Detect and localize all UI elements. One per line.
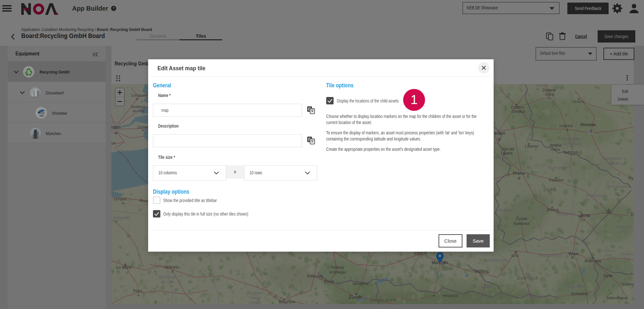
svg-text:Liechtenstein: Liechtenstein	[370, 297, 397, 303]
svg-text:Labem: Labem	[501, 151, 513, 156]
svg-text:Steiermark: Steiermark	[525, 294, 542, 298]
svg-text:Székesfehérvár: Székesfehérvár	[607, 296, 628, 300]
svg-text:Normandie: Normandie	[113, 216, 129, 220]
svg-text:województwo: województwo	[563, 137, 582, 141]
svg-text:Brno: Brno	[581, 213, 590, 218]
svg-text:Moravskoslezsko: Moravskoslezsko	[606, 184, 631, 189]
svg-text:London: London	[111, 125, 120, 130]
svg-text:Győr: Győr	[603, 274, 612, 278]
svg-text:Zielona: Zielona	[543, 88, 556, 92]
svg-text:Jelenia: Jelenia	[549, 143, 562, 148]
svg-text:České: České	[516, 216, 527, 221]
svg-text:kraj: kraj	[605, 253, 611, 257]
svg-text:Legnica: Legnica	[560, 124, 573, 128]
svg-text:Jihozápad: Jihozápad	[498, 208, 514, 212]
svg-text:Budějovice: Budějovice	[514, 221, 530, 226]
svg-text:Brighton: Brighton	[111, 141, 116, 145]
svg-text:Cottbus: Cottbus	[511, 105, 524, 110]
svg-text:Österreich: Österreich	[517, 275, 538, 281]
svg-text:Comté: Comté	[249, 300, 261, 304]
svg-text:dolnośląskie: dolnośląskie	[564, 141, 582, 146]
svg-text:Zürich: Zürich	[349, 295, 362, 300]
svg-text:Tours: Tours	[133, 289, 143, 293]
svg-text:Freiburg: Freiburg	[331, 265, 344, 270]
svg-text:Ryb: Ryb	[629, 176, 634, 180]
svg-text:Wrocław: Wrocław	[580, 122, 596, 127]
svg-text:Salzburg: Salzburg	[475, 269, 488, 274]
svg-text:Linz: Linz	[512, 253, 519, 258]
svg-text:Le Havre: Le Havre	[114, 197, 127, 201]
svg-text:Nitriansky: Nitriansky	[620, 252, 634, 256]
svg-text:Wałbrzych: Wałbrzych	[563, 150, 578, 155]
svg-text:kraj: kraj	[620, 229, 627, 233]
svg-text:Innsbruck: Innsbruck	[443, 294, 459, 298]
svg-text:- Chóśebuz: - Chóśebuz	[510, 109, 525, 114]
svg-text:kraj: kraj	[624, 256, 630, 260]
svg-text:on-Sea: on-Sea	[132, 109, 145, 113]
svg-text:de Loire: de Loire	[161, 280, 174, 284]
svg-text:Besançon: Besançon	[279, 300, 296, 304]
svg-text:Praha: Praha	[513, 171, 525, 176]
svg-text:Szombathely: Szombathely	[571, 292, 588, 296]
svg-text:województwo: województwo	[603, 156, 621, 161]
svg-text:Tatabánya: Tatabánya	[621, 282, 634, 286]
svg-text:Bourgogne-: Bourgogne-	[247, 291, 264, 295]
svg-text:Severovýchod: Severovýchod	[547, 166, 568, 170]
svg-text:Oberösterreich: Oberösterreich	[487, 258, 508, 263]
svg-text:Wien: Wien	[569, 251, 579, 256]
svg-text:Góra: Góra	[545, 92, 554, 97]
svg-text:Trnavsky: Trnavsky	[603, 249, 615, 253]
svg-text:Góra: Góra	[551, 147, 560, 152]
svg-text:Franche-: Franche-	[249, 295, 262, 300]
svg-text:Salzburg: Salzburg	[481, 285, 494, 289]
svg-text:opolskie: opolskie	[608, 161, 620, 166]
svg-text:Basel: Basel	[324, 279, 334, 284]
svg-text:Leszno: Leszno	[573, 100, 584, 103]
svg-text:Trenčiansky: Trenčiansky	[615, 225, 632, 229]
svg-text:Burgenland: Burgenland	[567, 284, 584, 289]
svg-text:Žil: Žil	[630, 212, 634, 217]
svg-text:Winterthur: Winterthur	[353, 282, 369, 286]
svg-text:Le Mans: Le Mans	[117, 265, 131, 270]
svg-text:lubuskie: lubuskie	[536, 84, 548, 88]
svg-text:Mulhouse: Mulhouse	[307, 274, 321, 278]
svg-text:Česko: Česko	[544, 187, 556, 192]
svg-text:Střední Morava: Střední Morava	[586, 193, 607, 198]
svg-text:Niederösterreich: Niederösterreich	[538, 253, 563, 258]
svg-text:Colchester: Colchester	[131, 93, 147, 97]
svg-text:Jihovýchod: Jihovýchod	[559, 212, 575, 216]
svg-text:Orléans: Orléans	[165, 265, 179, 269]
svg-text:im Breisgau: im Breisgau	[329, 270, 346, 275]
svg-text:Ústí nad: Ústí nad	[502, 147, 514, 151]
svg-text:Centre-Val: Centre-Val	[159, 275, 176, 279]
svg-text:Tirol: Tirol	[424, 294, 432, 298]
svg-text:Liberec: Liberec	[525, 144, 538, 149]
svg-text:Southend-: Southend-	[131, 105, 146, 109]
